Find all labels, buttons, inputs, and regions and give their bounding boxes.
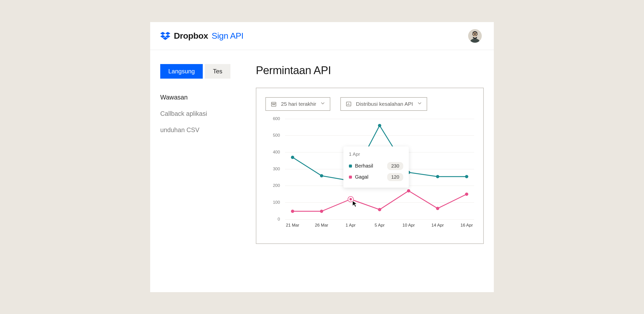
y-tick: 200 [273, 183, 280, 188]
y-axis: 0100200300400500600 [265, 119, 283, 219]
sidebar-item-callback[interactable]: Callback aplikasi [160, 106, 243, 122]
date-range-dropdown[interactable]: 25 hari terakhir [265, 97, 330, 111]
svg-point-14 [274, 104, 275, 105]
svg-point-12 [272, 104, 273, 105]
legend-dot-berhasil [349, 165, 352, 168]
svg-point-19 [291, 155, 294, 159]
svg-point-20 [320, 174, 323, 177]
sidebar-item-wawasan[interactable]: Wawasan [160, 89, 243, 106]
app-window: Dropbox Sign API Langsung Tes Wawasan C [150, 22, 494, 292]
tab-tes[interactable]: Tes [205, 64, 230, 79]
chevron-down-icon [320, 101, 325, 107]
x-tick: 5 Apr [375, 223, 385, 228]
chart-area: 0100200300400500600 21 Mar26 Mar1 Apr5 A… [265, 119, 474, 234]
sidebar: Langsung Tes Wawasan Callback aplikasi u… [160, 64, 243, 244]
mode-tabs: Langsung Tes [160, 64, 243, 79]
date-range-label: 25 hari terakhir [281, 101, 316, 107]
tab-langsung[interactable]: Langsung [160, 64, 203, 79]
chevron-down-icon [417, 101, 422, 107]
x-axis: 21 Mar26 Mar1 Apr5 Apr10 Apr14 Apr16 Apr [285, 223, 474, 230]
app-header: Dropbox Sign API [150, 22, 494, 50]
svg-point-25 [465, 175, 468, 178]
y-tick: 300 [273, 167, 280, 172]
tooltip-row-gagal: Gagal 120 [349, 172, 403, 183]
svg-point-30 [407, 189, 410, 192]
logo-text-sign-api: Sign API [212, 31, 243, 41]
svg-marker-0 [160, 32, 165, 35]
y-tick: 600 [273, 116, 280, 121]
svg-point-27 [320, 210, 323, 213]
x-tick: 10 Apr [403, 223, 415, 228]
svg-point-22 [378, 124, 381, 127]
x-tick: 21 Mar [286, 223, 299, 228]
chart-panel: 25 hari terakhir [256, 88, 484, 244]
bar-chart-icon [345, 101, 352, 107]
legend-label-berhasil: Berhasil [355, 163, 373, 169]
svg-point-13 [273, 104, 274, 105]
tooltip-row-berhasil: Berhasil 230 [349, 161, 403, 172]
x-tick: 16 Apr [460, 223, 473, 228]
svg-point-24 [436, 175, 439, 178]
legend-value-berhasil: 230 [387, 162, 403, 170]
logo-text-dropbox: Dropbox [174, 31, 208, 41]
svg-marker-1 [165, 32, 170, 35]
x-tick: 26 Mar [315, 223, 328, 228]
svg-point-31 [436, 207, 439, 210]
svg-point-26 [291, 210, 294, 213]
main-area: Langsung Tes Wawasan Callback aplikasi u… [150, 50, 494, 258]
distribution-dropdown[interactable]: Distribusi kesalahan API [340, 97, 427, 111]
svg-point-32 [465, 192, 468, 196]
calendar-icon [270, 101, 277, 107]
content: Permintaan API 25 [256, 64, 484, 244]
svg-point-29 [378, 208, 381, 211]
y-tick: 500 [273, 133, 280, 138]
logo: Dropbox Sign API [160, 31, 244, 41]
legend-label-gagal: Gagal [355, 174, 368, 180]
distribution-label: Distribusi kesalahan API [356, 101, 413, 107]
tooltip-title: 1 Apr [349, 151, 403, 157]
chart-controls: 25 hari terakhir [265, 97, 474, 111]
sidebar-item-csv[interactable]: unduhan CSV [160, 122, 243, 138]
x-tick: 14 Apr [431, 223, 444, 228]
avatar[interactable] [468, 29, 482, 43]
y-tick: 400 [273, 150, 280, 155]
legend-dot-gagal [349, 176, 352, 179]
y-tick: 0 [278, 217, 280, 222]
x-tick: 1 Apr [346, 223, 356, 228]
page-title: Permintaan API [256, 64, 484, 77]
y-tick: 100 [273, 200, 280, 205]
dropbox-logo-icon [160, 31, 170, 41]
legend-value-gagal: 120 [387, 173, 403, 181]
chart-tooltip: 1 Apr Berhasil 230 Gagal [343, 146, 409, 188]
